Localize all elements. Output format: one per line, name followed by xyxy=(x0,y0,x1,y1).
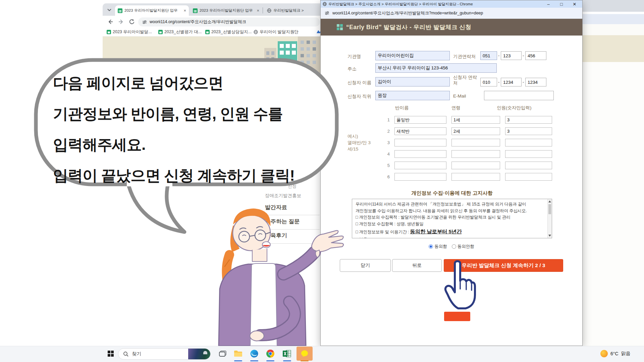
sidebar-item-early-detection[interactable]: 장애조기발견홍보 xyxy=(265,193,301,199)
file-explorer-button[interactable] xyxy=(232,347,244,361)
class-age-input-6[interactable] xyxy=(451,173,500,181)
popup-address-bar[interactable]: woorii114.org/content/주요사업소개/우리반발달체크?mod… xyxy=(321,8,582,19)
pointer-hand-cursor xyxy=(439,259,476,322)
popup-url-text: woorii114.org/content/주요사업소개/우리반발달체크?mod… xyxy=(332,10,483,16)
applicant-phone-part3-input[interactable]: 1234 xyxy=(525,78,546,86)
task-view-button[interactable] xyxy=(217,347,229,361)
arrow-right-icon xyxy=(118,19,124,25)
browser-tab-2[interactable]: 2023 우리아이발달지원단 업무 × xyxy=(190,5,262,16)
address-bar[interactable]: woorii114.org/content/주요사업소개/우리반발달체크 xyxy=(138,17,320,26)
running-indicator xyxy=(266,360,274,361)
class-name-input-1[interactable]: 풀잎반 xyxy=(394,116,446,124)
bookmark-label: 2023 우리아이발달... xyxy=(113,29,152,35)
email-input[interactable] xyxy=(484,91,554,100)
disagree-label: 동의안함 xyxy=(458,244,474,249)
reload-icon xyxy=(129,19,135,25)
browser-tab-3[interactable]: 우리반발달체크 > xyxy=(264,5,320,16)
back-button[interactable] xyxy=(107,19,113,26)
bookmark-label: 우리아이 발달지원단 xyxy=(260,29,299,35)
bookmark-item[interactable]: 2023_선별평가 대... xyxy=(158,29,202,35)
close-button[interactable]: ✕ xyxy=(569,2,580,7)
agree-label: 동의함 xyxy=(434,244,447,249)
arrow-left-icon xyxy=(107,19,113,25)
position-input[interactable]: 원장 xyxy=(375,91,450,100)
tab-close-icon[interactable]: × xyxy=(257,8,259,13)
weather-widget[interactable]: 6°C 맑음 xyxy=(600,350,631,357)
scroll-up-icon[interactable] xyxy=(548,200,551,202)
background-band xyxy=(583,24,644,35)
sheets-icon xyxy=(193,8,198,13)
tab-close-icon[interactable]: × xyxy=(183,8,186,13)
class-name-input-5[interactable] xyxy=(394,162,446,169)
address-label: 주소 xyxy=(347,66,357,72)
class-name-input-2[interactable]: 새싹반 xyxy=(394,127,446,135)
class-count-header: 인원(숫자만입력) xyxy=(497,105,532,111)
folder-icon xyxy=(234,350,243,357)
org-name-input[interactable]: 우리아이어린이집 xyxy=(375,51,450,60)
browser-tab-1[interactable]: 2023 우리아이발달지원단 업무 × xyxy=(115,5,189,16)
buildings-illustration xyxy=(264,37,320,87)
row-number: 3 xyxy=(385,140,390,145)
excel-button[interactable] xyxy=(281,347,293,361)
search-highlight-image[interactable] xyxy=(188,349,210,359)
org-name-label: 기관명 xyxy=(347,54,361,60)
running-indicator xyxy=(250,360,258,361)
scroll-down-icon[interactable] xyxy=(548,235,551,237)
class-count-input-1[interactable]: 3 xyxy=(505,116,552,124)
org-phone-part1-input[interactable]: 051 xyxy=(480,51,497,60)
class-count-input-4[interactable] xyxy=(505,150,552,158)
minimize-button[interactable]: – xyxy=(543,2,554,7)
applicant-phone-part2-input[interactable]: 1234 xyxy=(501,78,522,86)
class-age-input-3[interactable] xyxy=(451,139,500,146)
edge-button[interactable] xyxy=(248,347,260,361)
chevron-down-icon xyxy=(107,9,111,11)
chrome-button[interactable] xyxy=(264,347,276,361)
class-age-input-1[interactable]: 1세 xyxy=(451,116,500,124)
forward-button[interactable] xyxy=(118,19,124,26)
address-input[interactable]: 부산시 우리구 우리아이길 123-456 xyxy=(375,63,497,73)
edge-icon xyxy=(250,349,259,358)
class-name-header: 반이름 xyxy=(395,105,409,111)
disagree-radio[interactable] xyxy=(452,244,456,249)
scroll-thumb[interactable] xyxy=(548,204,551,214)
taskbar-search-box[interactable]: 찾기 xyxy=(118,348,211,360)
org-phone-part2-input[interactable]: 123 xyxy=(501,51,522,60)
sheets-icon xyxy=(118,8,122,13)
class-count-input-3[interactable] xyxy=(505,139,552,146)
phone-dash: - xyxy=(498,53,499,58)
globe-icon xyxy=(254,30,258,34)
agree-radio[interactable] xyxy=(429,244,433,249)
bookmark-item[interactable]: 2023 우리아이발달... xyxy=(107,29,152,35)
tab-search-chevron-button[interactable] xyxy=(105,6,113,14)
four-squares-icon xyxy=(337,24,343,30)
start-button[interactable] xyxy=(105,347,117,361)
class-name-input-3[interactable] xyxy=(394,139,446,146)
bookmark-item[interactable]: 우리아이 발달지원단 xyxy=(254,29,299,35)
applicant-name-input[interactable]: 김아이 xyxy=(375,77,450,86)
class-count-input-6[interactable] xyxy=(505,173,552,181)
scrollbar[interactable] xyxy=(547,199,552,238)
kakaotalk-button[interactable] xyxy=(297,347,313,361)
popup-titlebar[interactable]: 우리반발달체크 > 주요사업소개 > 우리아이발달지원단 > 우리아이 발달지원… xyxy=(321,0,582,8)
applicant-phone-part1-input[interactable]: 010 xyxy=(480,78,497,86)
running-indicator xyxy=(283,360,291,361)
reload-button[interactable] xyxy=(129,19,135,26)
windows-logo-icon xyxy=(108,351,114,357)
org-phone-part3-input[interactable]: 456 xyxy=(525,51,546,60)
background-band xyxy=(583,0,644,12)
class-age-input-5[interactable] xyxy=(451,162,500,169)
class-age-header: 연령 xyxy=(451,105,461,111)
maximize-button[interactable]: □ xyxy=(556,2,567,7)
class-name-input-4[interactable] xyxy=(394,150,446,158)
class-count-input-5[interactable] xyxy=(505,162,552,169)
class-name-input-6[interactable] xyxy=(394,173,446,181)
privacy-notice-box[interactable]: 우리아이114의 서비스 제공과 관련하여 「개인정보보호법」 제 15조 규정… xyxy=(352,199,552,238)
sidebar-item-partial[interactable]: 신청 xyxy=(288,183,297,189)
email-label: E-Mail xyxy=(453,94,466,99)
class-age-input-4[interactable] xyxy=(451,150,500,158)
globe-icon xyxy=(323,2,327,6)
bookmark-item[interactable]: 2023_선별상담일지... xyxy=(205,29,252,35)
back-form-button[interactable]: 뒤로 xyxy=(392,259,442,272)
class-count-input-2[interactable]: 3 xyxy=(505,127,552,135)
class-age-input-2[interactable]: 2세 xyxy=(451,127,500,135)
